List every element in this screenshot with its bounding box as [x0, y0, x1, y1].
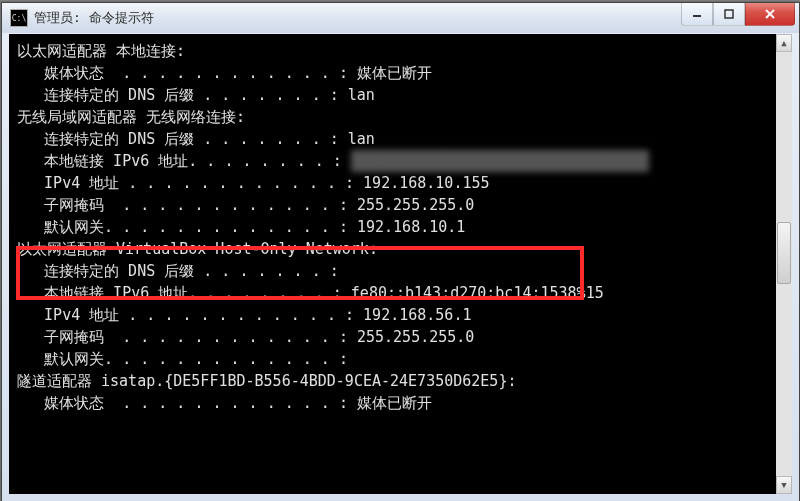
terminal-line: 本地链接 IPv6 地址. . . . . . . . : fe80::b143… — [17, 282, 784, 304]
terminal-line: 子网掩码 . . . . . . . . . . . . : 255.255.2… — [17, 194, 784, 216]
cmd-window: C:\ 管理员: 命令提示符 以太网适配器 本地连接: 媒体状态 . . . .… — [1, 2, 800, 501]
scroll-thumb[interactable] — [777, 222, 791, 284]
cmd-icon: C:\ — [10, 9, 28, 27]
terminal-line: IPv4 地址 . . . . . . . . . . . . : 192.16… — [17, 172, 784, 194]
terminal-line: 以太网适配器 本地连接: — [17, 40, 784, 62]
terminal-line: 本地链接 IPv6 地址. . . . . . . . : fe80 :b14 … — [17, 150, 784, 172]
scroll-down-button[interactable]: ▼ — [776, 476, 792, 494]
terminal-output[interactable]: 以太网适配器 本地连接: 媒体状态 . . . . . . . . . . . … — [9, 34, 792, 494]
terminal-line: 无线局域网适配器 无线网络连接: — [17, 106, 784, 128]
svg-rect-1 — [725, 10, 733, 18]
close-button[interactable] — [745, 3, 795, 26]
terminal-line: 连接特定的 DNS 后缀 . . . . . . . : lan — [17, 128, 784, 150]
scroll-track[interactable] — [776, 52, 792, 476]
window-title: 管理员: 命令提示符 — [34, 9, 681, 27]
terminal-line: 子网掩码 . . . . . . . . . . . . : 255.255.2… — [17, 326, 784, 348]
terminal-line: 隧道适配器 isatap.{DE5FF1BD-B556-4BDD-9CEA-24… — [17, 370, 784, 392]
terminal-line: 默认网关. . . . . . . . . . . . . : 192.168.… — [17, 216, 784, 238]
terminal-line: 媒体状态 . . . . . . . . . . . . : 媒体已断开 — [17, 62, 784, 84]
terminal-line: 连接特定的 DNS 后缀 . . . . . . . : lan — [17, 84, 784, 106]
terminal-line: IPv4 地址 . . . . . . . . . . . . : 192.16… — [17, 304, 784, 326]
maximize-button[interactable] — [713, 3, 745, 26]
terminal-line: 以太网适配器 VirtualBox Host-Only Network: — [17, 238, 784, 260]
terminal-line: 连接特定的 DNS 后缀 . . . . . . . : — [17, 260, 784, 282]
terminal-line: 媒体状态 . . . . . . . . . . . . : 媒体已断开 — [17, 392, 784, 414]
minimize-button[interactable] — [681, 3, 713, 26]
terminal-line: 默认网关. . . . . . . . . . . . . : — [17, 348, 784, 370]
vertical-scrollbar[interactable]: ▲ ▼ — [776, 34, 792, 494]
scroll-up-button[interactable]: ▲ — [776, 34, 792, 52]
window-buttons — [681, 3, 799, 25]
titlebar[interactable]: C:\ 管理员: 命令提示符 — [2, 3, 799, 33]
